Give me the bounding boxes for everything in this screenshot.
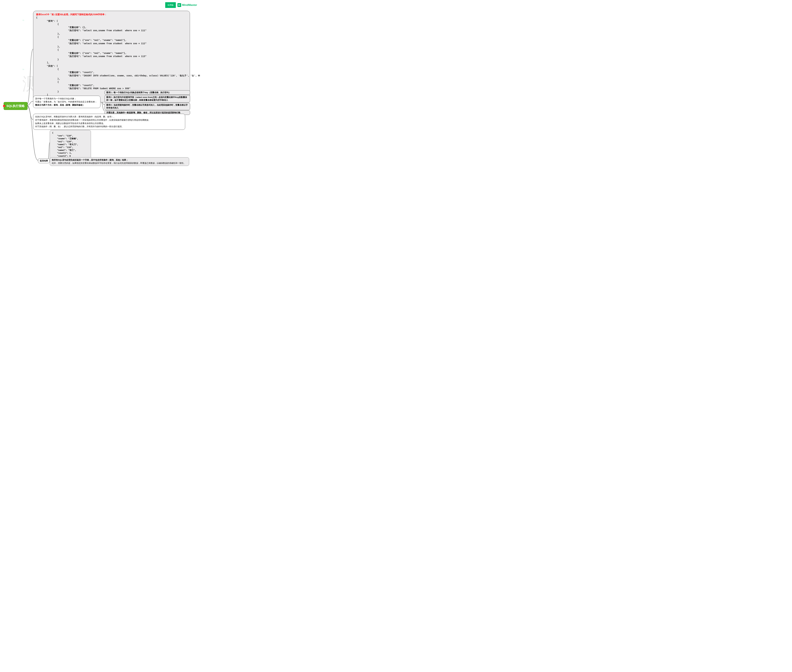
json-header: 要求Excel中「前/后置SQL处理」列填写下面特定格式的JSON字符串：: [36, 13, 187, 16]
root-badge: 1: [3, 105, 5, 107]
requirements-list: 要求1：每一个待执行SQL对象必须有两个key（变量名称、执行语句） 要求2：执…: [104, 90, 190, 115]
execution-desc-node[interactable]: 在执行SQL语句时，将数据库操作分为两大类：查询和其他操作（包括增、删、改等）。…: [33, 114, 185, 130]
req-src-line3: 整体分为两个方向：查询、其他（新增、删除和修改）: [35, 104, 98, 107]
trial-badge: 试用版: [165, 2, 176, 8]
return-desc-l2: 此外，需要注意的是，如果指定的变量名称或数据库字段存在重复，我们会优先使用最新的…: [52, 162, 186, 164]
requirement-2[interactable]: 要求2：执行语句中的查询字段（select xxxx from之间）必须与变量名…: [104, 95, 190, 102]
return-result-node[interactable]: 返回结果: [38, 158, 50, 163]
watermark-icon: [22, 19, 25, 22]
return-json-node[interactable]: { "sno": "110", "sname": "王铁锤", "no1": "…: [50, 130, 91, 162]
req-src-line2: 可通过「变量名称」为「执行语句」中的查询字段自定义变量名称；: [35, 100, 98, 104]
brand-name: MindMaster: [182, 3, 197, 6]
req-src-line1: 其中每一个字典项作为一个待执行SQL对象；: [35, 97, 98, 100]
return-desc-node[interactable]: 将所有SQL语句处理完成后返回一个字典，其中包含所有操作（查询、其他）结果； 此…: [50, 157, 189, 166]
exec-line4: 对于其他操作（增、删、改），默认记录受影响的行数，并将其作为操作结果的一部分进行…: [35, 125, 183, 128]
exec-line1: 在执行SQL语句时，将数据库操作分为两大类：查询和其他操作（包括增、删、改等）。: [35, 115, 183, 118]
return-desc-l1: 将所有SQL语句处理完成后返回一个字典，其中包含所有操作（查询、其他）结果；: [52, 159, 128, 161]
brand-bar: 试用版 MindMaster: [165, 2, 197, 8]
json-format-node[interactable]: 要求Excel中「前/后置SQL处理」列填写下面特定格式的JSON字符串： { …: [33, 11, 190, 102]
brand-logo: MindMaster: [178, 3, 197, 7]
requirement-1[interactable]: 要求1：每一个待执行SQL对象必须有两个key（变量名称、执行语句）: [104, 90, 190, 95]
root-node[interactable]: 1 SQL执行策略: [4, 102, 27, 110]
watermark-icon: [22, 68, 25, 70]
mindmaster-icon: [178, 3, 181, 7]
exec-line2: 对于查询操作，将查询结果按照指定的变量名称一一对应地保存到公共变量池中，以便后续…: [35, 118, 183, 122]
exec-line3: 如果未上送变量名称，则默认以数据库字段名作为变量名保存到公共变量池。: [35, 122, 183, 125]
root-title: SQL执行策略: [6, 104, 25, 107]
sql-object-desc-node[interactable]: 其中每一个字典项作为一个待执行SQL对象； 可通过「变量名称」为「执行语句」中的…: [33, 96, 101, 108]
json-body: { "查询": [ { "变量名称": {}, "执行语句": "select …: [36, 16, 187, 100]
requirement-3[interactable]: 要求3：当处理查询操作时，变量名称以字典形式传入，当处理其他操作时，变量名称以字…: [104, 103, 190, 110]
